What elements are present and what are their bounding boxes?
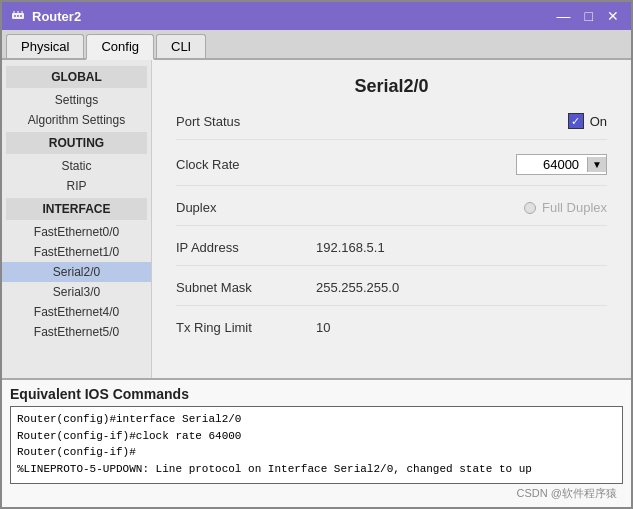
tx-ring-limit-value: 10 — [306, 320, 607, 335]
clock-rate-value: 64000 ▼ — [306, 154, 607, 175]
clock-rate-dropdown[interactable]: 64000 ▼ — [516, 154, 607, 175]
content-area: GLOBAL Settings Algorithm Settings ROUTI… — [2, 60, 631, 378]
title-bar-left: Router2 — [10, 8, 81, 24]
on-label: On — [590, 114, 607, 129]
duplex-label: Duplex — [176, 200, 306, 215]
svg-point-1 — [14, 15, 16, 17]
clock-rate-display: 64000 — [517, 155, 587, 174]
ip-address-value: 192.168.5.1 — [306, 240, 607, 255]
sidebar-item-fastethernet40[interactable]: FastEthernet4/0 — [2, 302, 151, 322]
watermark: CSDN @软件程序猿 — [10, 484, 623, 503]
ip-address-label: IP Address — [176, 240, 306, 255]
sidebar-item-fastethernet50[interactable]: FastEthernet5/0 — [2, 322, 151, 342]
port-status-checkbox[interactable]: On — [568, 113, 607, 129]
window-title: Router2 — [32, 9, 81, 24]
svg-point-3 — [20, 15, 22, 17]
main-panel: Serial2/0 Port Status On Clock Rate 6400… — [152, 60, 631, 378]
console-line-2: Router(config-if)#clock rate 64000 — [17, 428, 616, 445]
tx-ring-limit-text: 10 — [316, 320, 330, 335]
sidebar-item-serial20[interactable]: Serial2/0 — [2, 262, 151, 282]
tab-config[interactable]: Config — [86, 34, 154, 60]
port-status-row: Port Status On — [176, 113, 607, 140]
sidebar-item-fastethernet10[interactable]: FastEthernet1/0 — [2, 242, 151, 262]
ip-address-row: IP Address 192.168.5.1 — [176, 240, 607, 266]
sidebar-item-fastethernet00[interactable]: FastEthernet0/0 — [2, 222, 151, 242]
sidebar-section-routing: ROUTING — [6, 132, 147, 154]
checkbox-icon[interactable] — [568, 113, 584, 129]
port-status-label: Port Status — [176, 114, 306, 129]
console-line-3: Router(config-if)# — [17, 444, 616, 461]
minimize-button[interactable]: — — [553, 9, 575, 23]
console-line-1: Router(config)#interface Serial2/0 — [17, 411, 616, 428]
console-line-4: %LINEPROTO-5-UPDOWN: Line protocol on In… — [17, 461, 616, 478]
router-icon — [10, 8, 26, 24]
dropdown-arrow-icon[interactable]: ▼ — [587, 157, 606, 172]
main-window: Router2 — □ ✕ Physical Config CLI GLOBAL… — [0, 0, 633, 509]
sidebar-item-settings[interactable]: Settings — [2, 90, 151, 110]
maximize-button[interactable]: □ — [581, 9, 597, 23]
tab-cli[interactable]: CLI — [156, 34, 206, 58]
sidebar-section-global: GLOBAL — [6, 66, 147, 88]
title-bar: Router2 — □ ✕ — [2, 2, 631, 30]
subnet-mask-text: 255.255.255.0 — [316, 280, 399, 295]
tab-physical[interactable]: Physical — [6, 34, 84, 58]
svg-point-2 — [17, 15, 19, 17]
duplex-value: Full Duplex — [306, 200, 607, 215]
close-button[interactable]: ✕ — [603, 9, 623, 23]
bottom-section: Equivalent IOS Commands Router(config)#i… — [2, 378, 631, 507]
clock-rate-row: Clock Rate 64000 ▼ — [176, 154, 607, 186]
subnet-mask-value: 255.255.255.0 — [306, 280, 607, 295]
console-output[interactable]: Router(config)#interface Serial2/0 Route… — [10, 406, 623, 484]
duplex-display: Full Duplex — [524, 200, 607, 215]
title-controls: — □ ✕ — [553, 9, 623, 23]
duplex-row: Duplex Full Duplex — [176, 200, 607, 226]
tx-ring-limit-row: Tx Ring Limit 10 — [176, 320, 607, 345]
sidebar-item-algorithm-settings[interactable]: Algorithm Settings — [2, 110, 151, 130]
clock-rate-label: Clock Rate — [176, 157, 306, 172]
sidebar-item-serial30[interactable]: Serial3/0 — [2, 282, 151, 302]
tx-ring-limit-label: Tx Ring Limit — [176, 320, 306, 335]
ip-address-text: 192.168.5.1 — [316, 240, 385, 255]
port-status-value: On — [306, 113, 607, 129]
radio-icon — [524, 202, 536, 214]
subnet-mask-label: Subnet Mask — [176, 280, 306, 295]
equivalent-ios-title: Equivalent IOS Commands — [10, 386, 623, 402]
sidebar-item-rip[interactable]: RIP — [2, 176, 151, 196]
tab-bar: Physical Config CLI — [2, 30, 631, 60]
subnet-mask-row: Subnet Mask 255.255.255.0 — [176, 280, 607, 306]
panel-title: Serial2/0 — [176, 76, 607, 97]
duplex-text: Full Duplex — [542, 200, 607, 215]
sidebar-section-interface: INTERFACE — [6, 198, 147, 220]
sidebar: GLOBAL Settings Algorithm Settings ROUTI… — [2, 60, 152, 378]
sidebar-item-static[interactable]: Static — [2, 156, 151, 176]
